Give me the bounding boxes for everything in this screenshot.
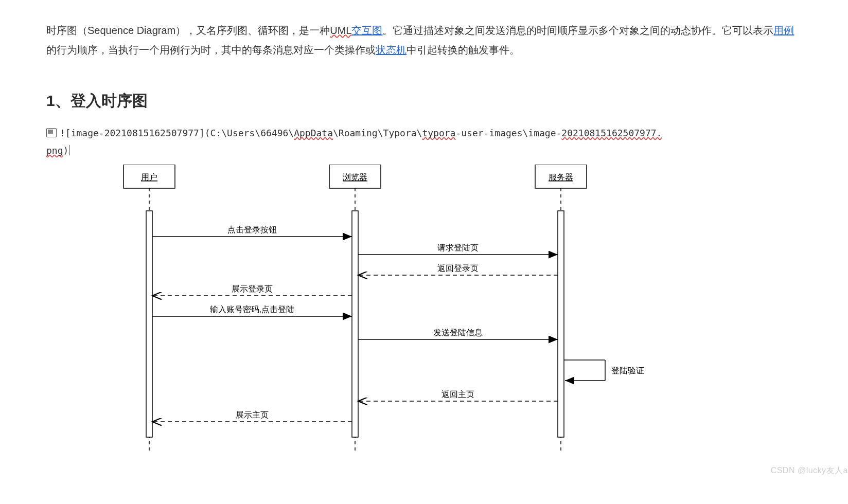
md-text: \Roaming\Typora\ [333,128,422,138]
svg-rect-3 [146,211,152,437]
intro-text: 时序图（Sequence Diagram），又名序列图、循环图，是一种 [46,25,330,36]
svg-text:点击登录按钮: 点击登录按钮 [227,225,277,234]
md-text: typora [422,128,455,138]
svg-rect-11 [558,211,564,437]
svg-text:输入账号密码,点击登陆: 输入账号密码,点击登陆 [210,305,294,314]
watermark: CSDN @lucky友人a [771,465,848,476]
intro-text: 的行为顺序，当执行一个用例行为时，其中的每条消息对应一个类操作或 [46,44,376,56]
md-text: ![image-20210815162507977](C:\Users\6649… [60,128,294,138]
md-text: png [46,145,63,156]
svg-text:请求登陆页: 请求登陆页 [437,243,479,252]
svg-text:返回主页: 返回主页 [441,390,474,399]
svg-text:用户: 用户 [141,173,157,182]
sequence-diagram: 用户浏览器服务器点击登录按钮请求登陆页返回登录页展示登录页输入账号密码,点击登陆… [87,165,695,453]
md-text: 20210815162507977. [561,128,662,138]
svg-text:服务器: 服务器 [549,173,573,182]
svg-text:发送登陆信息: 发送登陆信息 [433,328,483,337]
image-icon [46,128,57,137]
svg-text:展示登录页: 展示登录页 [232,284,273,293]
svg-text:浏览器: 浏览器 [343,173,367,182]
md-text: -user-images\image- [455,128,561,138]
intro-paragraph: 时序图（Sequence Diagram），又名序列图、循环图，是一种UML交互… [46,21,802,60]
link-use-case[interactable]: 用例 [773,25,794,36]
text-caret [69,145,69,155]
svg-text:登陆验证: 登陆验证 [611,366,644,375]
svg-rect-7 [352,211,358,437]
md-text: AppData [294,128,333,138]
svg-text:返回登录页: 返回登录页 [437,264,479,273]
intro-text: 。它通过描述对象之间发送消息的时间顺序显示多个对象之间的动态协作。它可以表示 [382,25,773,36]
uml-word: UML [330,25,351,36]
sequence-diagram-svg: 用户浏览器服务器点击登录按钮请求登陆页返回登录页展示登录页输入账号密码,点击登陆… [87,165,695,453]
link-interaction-diagram[interactable]: 交互图 [351,25,382,36]
markdown-image-source[interactable]: ![image-20210815162507977](C:\Users\6649… [46,124,802,159]
intro-text: 中引起转换的触发事件。 [407,44,520,56]
svg-text:展示主页: 展示主页 [236,410,269,419]
md-text: ) [63,145,69,156]
link-state-machine[interactable]: 状态机 [376,44,407,56]
section-heading: 1、登入时序图 [46,91,802,112]
